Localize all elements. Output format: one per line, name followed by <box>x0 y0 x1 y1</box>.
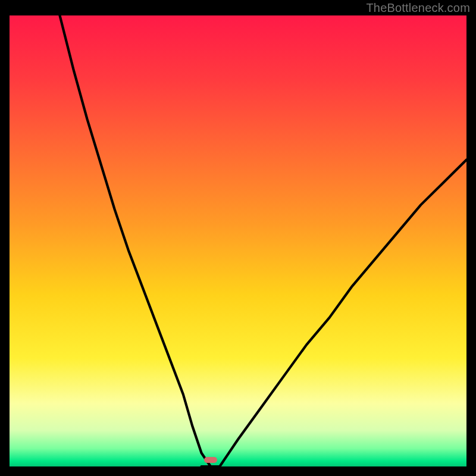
chart-stage: TheBottleneck.com <box>0 0 476 476</box>
svg-rect-0 <box>10 15 466 466</box>
plot-area <box>10 15 466 466</box>
optimal-marker <box>204 457 217 463</box>
watermark-text: TheBottleneck.com <box>366 1 470 15</box>
background-gradient <box>10 15 466 466</box>
